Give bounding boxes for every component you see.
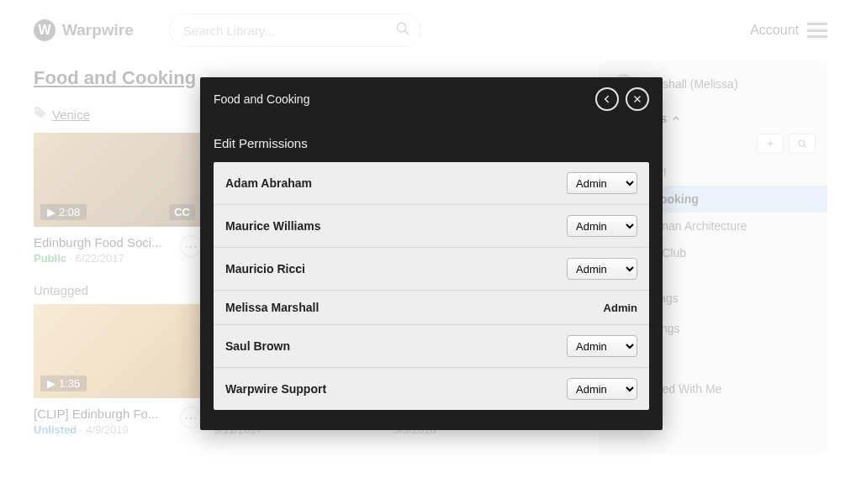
permission-user-name: Maurice Williams <box>225 219 567 233</box>
permission-row: Saul Brown Admin <box>214 325 649 368</box>
permission-row: Adam Abraham Admin <box>214 162 649 205</box>
back-button[interactable] <box>595 87 619 111</box>
modal-title: Food and Cooking <box>214 92 589 106</box>
role-select[interactable]: Admin <box>567 172 637 194</box>
close-button[interactable] <box>626 87 649 111</box>
permission-row: Warpwire Support Admin <box>214 368 649 410</box>
permission-row: Melissa Marshall Admin <box>214 291 649 325</box>
modal-header: Food and Cooking <box>200 77 663 121</box>
role-select[interactable]: Admin <box>567 258 637 280</box>
permissions-list: Adam Abraham Admin Maurice Williams Admi… <box>214 162 649 410</box>
permission-user-name: Saul Brown <box>225 339 567 353</box>
permission-row: Maurice Williams Admin <box>214 205 649 248</box>
role-static-label: Admin <box>604 302 637 314</box>
role-select[interactable]: Admin <box>567 378 637 400</box>
permission-user-name: Melissa Marshall <box>225 301 604 314</box>
permission-user-name: Warpwire Support <box>225 382 567 396</box>
permission-row: Mauricio Ricci Admin <box>214 248 649 291</box>
modal-subtitle: Edit Permissions <box>214 136 649 150</box>
role-select[interactable]: Admin <box>567 215 637 237</box>
permissions-modal: Food and Cooking Edit Permissions Adam A… <box>200 77 663 430</box>
permission-user-name: Mauricio Ricci <box>225 262 567 276</box>
role-select[interactable]: Admin <box>567 335 637 357</box>
permission-user-name: Adam Abraham <box>225 176 567 190</box>
